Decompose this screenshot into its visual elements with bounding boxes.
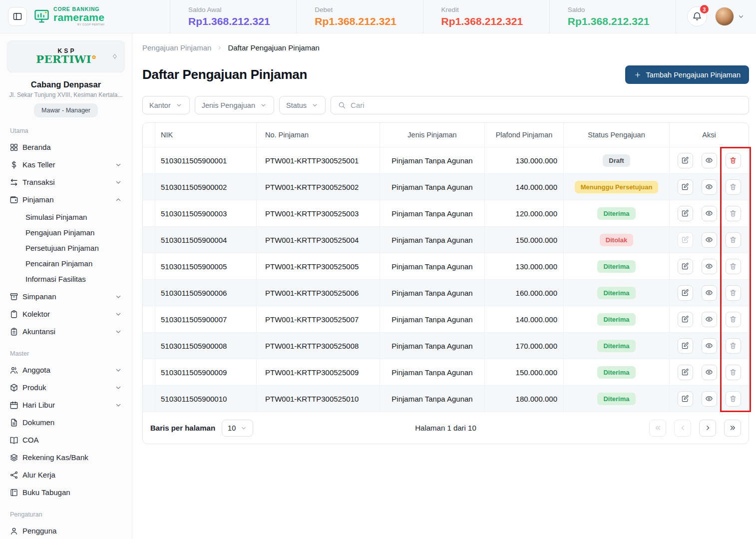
rows-per-page-select[interactable]: 10 — [222, 420, 253, 437]
status-badge: Diterima — [597, 366, 635, 379]
sidebar-collapse-button[interactable] — [109, 51, 120, 62]
sidebar-item-buku-tabugan[interactable]: Buku Tabugan — [7, 484, 125, 501]
edit-button[interactable] — [678, 259, 693, 274]
search-box — [331, 96, 749, 114]
delete-button[interactable] — [726, 153, 741, 168]
view-button[interactable] — [702, 153, 717, 168]
sidebar-subitem-simulasi-pinjaman[interactable]: Simulasi Pinjaman — [22, 209, 125, 225]
section-label: Master — [10, 350, 122, 357]
sidebar-item-pinjaman[interactable]: Pinjaman — [7, 191, 125, 208]
cell-nik: 5103011505900005 — [155, 253, 256, 279]
sidebar-item-anggota[interactable]: Anggota — [7, 361, 125, 379]
avatar — [715, 7, 734, 26]
sidebar-item-rekening-kas-bank[interactable]: Rekening Kas/Bank — [7, 449, 125, 466]
trash-icon — [729, 289, 737, 297]
last-page-button[interactable] — [724, 420, 741, 437]
view-button[interactable] — [702, 338, 717, 354]
sidebar-item-label: Hari Libur — [22, 401, 110, 409]
view-button[interactable] — [702, 312, 717, 327]
sidebar-subitem-pengajuan-pinjaman[interactable]: Pengajuan Pinjaman — [22, 225, 125, 240]
sidebar-item-kolektor[interactable]: Kolektor — [7, 305, 125, 323]
delete-button — [726, 232, 741, 248]
sidebar-item-transaksi[interactable]: Transaksi — [7, 173, 125, 191]
delete-button — [726, 179, 741, 195]
edit-button[interactable] — [678, 365, 693, 380]
view-button[interactable] — [702, 179, 717, 195]
sidebar-subitem-persetujuan-pinjaman[interactable]: Persetujuan Pinjaman — [22, 240, 125, 256]
sidebar-item-hari-libur[interactable]: Hari Libur — [7, 396, 125, 414]
cell-nik: 5103011505900002 — [155, 174, 256, 200]
panel-icon — [12, 11, 22, 21]
eye-icon — [705, 289, 713, 297]
cell-no-pinjaman: PTW001-KRTTP300525001 — [256, 147, 379, 173]
sidebar-item-simpanan[interactable]: Simpanan — [7, 288, 125, 305]
add-pengajuan-button[interactable]: Tambah Pengajuan Pinjaman — [625, 65, 749, 84]
sidebar-item-alur-kerja[interactable]: Alur Kerja — [7, 466, 125, 484]
sidebar-subitem-informasi-fasilitas[interactable]: Informasi Fasilitas — [22, 271, 125, 287]
row-spacer — [143, 253, 155, 279]
sidebar-subitem-pencairan-pinjaman[interactable]: Pencairan Pinjaman — [22, 256, 125, 271]
sidebar-item-coa[interactable]: COA — [7, 431, 125, 449]
table-row: 5103011505900005PTW001-KRTTP300525005Pin… — [143, 253, 749, 279]
rows-per-page-value: 10 — [228, 424, 236, 432]
cell-jenis-pinjaman: Pinjaman Tanpa Agunan — [379, 386, 484, 412]
breadcrumb: Pengajuan Pinjaman Daftar Pengajuan Pinj… — [142, 43, 749, 52]
edit-button[interactable] — [678, 338, 693, 354]
user-menu[interactable] — [715, 7, 745, 26]
edit-icon — [681, 209, 689, 217]
status-badge: Diterima — [597, 313, 635, 326]
breadcrumb-parent[interactable]: Pengajuan Pinjaman — [142, 43, 211, 52]
edit-button[interactable] — [678, 312, 693, 327]
row-spacer — [143, 147, 155, 173]
sidebar-item-beranda[interactable]: Beranda — [7, 138, 125, 156]
sidebar-item-dokumen[interactable]: Dokumen — [7, 414, 125, 431]
delete-button — [726, 391, 741, 407]
delete-button — [726, 312, 741, 327]
sidebar-item-akuntansi[interactable]: Akuntansi — [7, 323, 125, 340]
edit-button[interactable] — [678, 179, 693, 195]
book-icon — [9, 436, 18, 445]
edit-button[interactable] — [678, 206, 693, 221]
sidebar-item-label: Beranda — [22, 143, 122, 151]
sidebar-item-label: Kolektor — [22, 310, 110, 318]
chevron-down-icon — [114, 178, 122, 186]
next-page-button[interactable] — [699, 420, 716, 437]
sidebar-item-produk[interactable]: Produk — [7, 379, 125, 396]
edit-button[interactable] — [678, 285, 693, 301]
header-stats: Saldo AwalRp1.368.212.321DebetRp1.368.21… — [170, 0, 676, 33]
cell-plafond: 170.000.000 — [484, 333, 563, 359]
delete-button — [726, 338, 741, 354]
home-icon — [9, 143, 18, 152]
notifications-button[interactable]: 3 — [687, 6, 707, 26]
table-body: 5103011505900001PTW001-KRTTP300525001Pin… — [143, 147, 749, 412]
user-icon — [9, 527, 18, 536]
sidebar-item-pengguna[interactable]: Pengguna — [7, 522, 125, 539]
breadcrumb-current: Daftar Pengajuan Pinjaman — [228, 43, 319, 52]
filter-kantor[interactable]: Kantor — [142, 96, 190, 114]
users-icon — [9, 366, 18, 375]
edit-button[interactable] — [678, 391, 693, 407]
view-button[interactable] — [702, 391, 717, 407]
column-header-nik: NIK — [155, 123, 256, 147]
search-input[interactable] — [351, 101, 742, 109]
view-button[interactable] — [702, 206, 717, 221]
brand-tagline: BY COOP PERTIWI — [53, 23, 104, 26]
view-button[interactable] — [702, 259, 717, 274]
cell-nik: 5103011505900004 — [155, 227, 256, 253]
filter-jenis-pengajuan[interactable]: Jenis Pengajuan — [195, 96, 274, 114]
cell-no-pinjaman: PTW001-KRTTP300525007 — [256, 306, 379, 332]
edit-button[interactable] — [678, 153, 693, 168]
cell-no-pinjaman: PTW001-KRTTP300525008 — [256, 333, 379, 359]
sidebar-toggle-button[interactable] — [8, 7, 27, 26]
view-button[interactable] — [702, 365, 717, 380]
view-button[interactable] — [702, 232, 717, 248]
sidebar-item-kas-teller[interactable]: Kas Teller — [7, 156, 125, 173]
table-header-row: NIKNo. PinjamanJenis PinjamanPlafond Pin… — [143, 123, 749, 147]
stat-label: Saldo Awal — [188, 6, 278, 13]
status-badge: Ditolak — [600, 234, 633, 246]
view-button[interactable] — [702, 285, 717, 301]
cell-nik: 5103011505900001 — [155, 147, 256, 173]
filter-label: Kantor — [149, 101, 171, 109]
main-content: Pengajuan Pinjaman Daftar Pengajuan Pinj… — [132, 33, 756, 539]
filter-status[interactable]: Status — [279, 96, 326, 114]
